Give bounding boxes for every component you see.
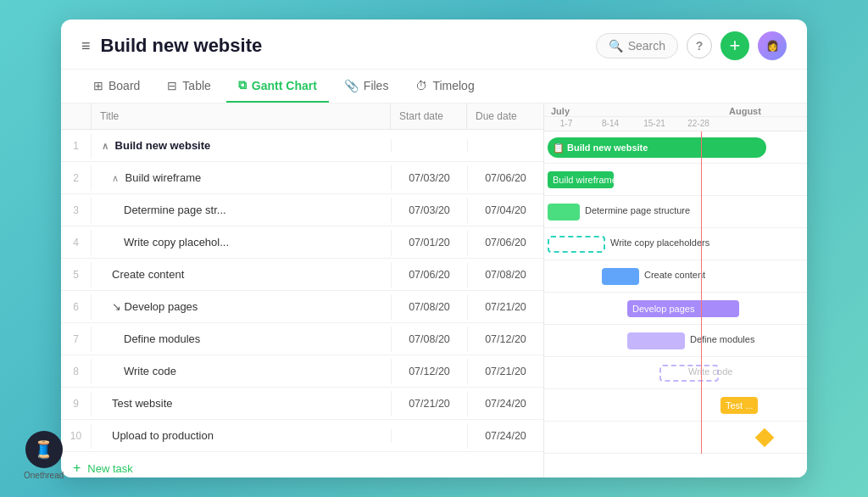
logo-area: 🧵 Onethread	[24, 431, 64, 480]
gantt-bar-copy	[548, 236, 605, 253]
row-number: 2	[61, 165, 92, 191]
gantt-row-7: Define modules	[544, 325, 807, 357]
col-start: Start date	[391, 103, 467, 129]
app-window: ≡ Build new website 🔍 Search ? + 👩 ⊞ Boa…	[61, 20, 807, 477]
avatar[interactable]: 👩	[758, 31, 787, 60]
tab-timelog-label: Timelog	[432, 79, 474, 92]
tab-table[interactable]: ⊟ Table	[155, 70, 222, 103]
month-august: August	[722, 106, 798, 116]
gantt-bar-label: Create content	[644, 270, 705, 280]
gantt-row-4: Write copy placeholders	[544, 228, 807, 260]
gantt-bar-page-structure	[548, 204, 580, 221]
gantt-bar-label: Determine page structure	[585, 205, 690, 215]
task-due: 07/06/20	[467, 230, 543, 255]
task-due: 07/24/20	[467, 391, 543, 416]
tab-gantt-label: Gantt Chart	[252, 79, 317, 92]
column-headers: Title Start date Due date	[61, 103, 543, 130]
plus-icon: +	[73, 461, 81, 476]
gantt-row-2: Build wireframe	[544, 164, 807, 196]
task-start: 07/01/20	[391, 230, 467, 255]
row-number: 4	[61, 230, 92, 255]
gantt-area: July August 1-7 8-14 15-21 22-28	[544, 103, 807, 477]
app-header: ≡ Build new website 🔍 Search ? + 👩	[61, 20, 807, 70]
task-due: 07/04/20	[467, 198, 543, 223]
task-start: 07/12/20	[391, 359, 467, 384]
table-row[interactable]: 1 ∧ Build new website	[61, 130, 543, 162]
gantt-bar-wireframe: Build wireframe	[548, 171, 614, 188]
task-title: ∧ Build wireframe	[92, 165, 391, 191]
week-8-14: 8-14	[588, 119, 632, 128]
task-due	[467, 139, 543, 153]
task-title: ↘ Develop pages	[92, 293, 391, 320]
tab-board-label: Board	[108, 79, 140, 92]
task-due: 07/21/20	[467, 359, 543, 384]
gantt-row-8: Write code	[544, 357, 807, 389]
tab-timelog[interactable]: ⏱ Timelog	[403, 70, 486, 103]
task-title: Create content	[92, 261, 391, 288]
hamburger-menu[interactable]: ≡	[81, 37, 91, 55]
task-due: 07/21/20	[467, 294, 543, 320]
task-start: 07/03/20	[391, 165, 467, 191]
row-number: 7	[61, 327, 92, 352]
task-title: Upload to production	[92, 422, 391, 449]
tab-files[interactable]: 📎 Files	[332, 70, 401, 103]
files-icon: 📎	[344, 79, 359, 92]
task-due: 07/08/20	[467, 262, 543, 288]
task-start: 07/21/20	[391, 391, 467, 416]
tab-gantt[interactable]: ⧉ Gantt Chart	[226, 70, 329, 103]
gantt-body: 📋 Build new website Build wireframe Dete…	[544, 131, 807, 454]
table-row[interactable]: 4 Write copy placehol... 07/01/20 07/06/…	[61, 226, 543, 259]
task-start	[391, 429, 467, 443]
gantt-bar-content	[602, 268, 639, 285]
table-row[interactable]: 6 ↘ Develop pages 07/08/20 07/21/20	[61, 291, 543, 323]
search-box[interactable]: 🔍 Search	[596, 33, 678, 59]
task-title: Define modules	[92, 326, 391, 352]
gantt-bar-label: Test ...	[726, 400, 753, 410]
add-button[interactable]: +	[721, 31, 749, 60]
gantt-bar-label: 📋 Build new website	[553, 142, 648, 154]
tab-bar: ⊞ Board ⊟ Table ⧉ Gantt Chart 📎 Files ⏱ …	[61, 70, 807, 103]
current-date-line	[701, 131, 702, 454]
week-15-21: 15-21	[632, 119, 676, 128]
gantt-bar-label: Develop pages	[632, 304, 694, 314]
gantt-row-3: Determine page structure	[544, 196, 807, 228]
task-title: Write copy placehol...	[92, 229, 391, 255]
row-number: 10	[61, 423, 92, 449]
table-row[interactable]: 9 Test website 07/21/20 07/24/20	[61, 388, 543, 420]
gantt-row-6: Develop pages	[544, 293, 807, 325]
row-number: 5	[61, 262, 92, 288]
task-due: 07/12/20	[467, 327, 543, 352]
main-content: Title Start date Due date 1 ∧ Build new …	[61, 103, 807, 477]
week-1-7: 1-7	[544, 119, 588, 128]
tab-board[interactable]: ⊞ Board	[81, 70, 152, 103]
row-number: 6	[61, 294, 92, 320]
task-start: 07/03/20	[391, 198, 467, 223]
task-start: 07/08/20	[391, 294, 467, 320]
page-title: Build new website	[101, 35, 263, 57]
table-row[interactable]: 3 Determine page str... 07/03/20 07/04/2…	[61, 194, 543, 226]
help-button[interactable]: ?	[687, 33, 712, 59]
col-due: Due date	[467, 103, 543, 129]
search-icon: 🔍	[609, 39, 623, 53]
gantt-bar-develop: Develop pages	[627, 300, 739, 317]
table-row[interactable]: 2 ∧ Build wireframe 07/03/20 07/06/20	[61, 162, 543, 194]
table-row[interactable]: 8 Write code 07/12/20 07/21/20	[61, 355, 543, 388]
task-due: 07/24/20	[467, 423, 543, 449]
row-number: 1	[61, 133, 92, 159]
table-row[interactable]: 10 Upload to production 07/24/20	[61, 420, 543, 452]
gantt-icon: ⧉	[238, 78, 247, 92]
task-title: Determine page str...	[92, 197, 391, 223]
task-table: Title Start date Due date 1 ∧ Build new …	[61, 103, 544, 477]
task-title: Write code	[92, 358, 391, 384]
task-start	[391, 139, 467, 153]
search-label: Search	[628, 39, 665, 53]
table-row[interactable]: 5 Create content 07/06/20 07/08/20	[61, 259, 543, 291]
new-task-row[interactable]: + New task	[61, 452, 543, 477]
table-row[interactable]: 7 Define modules 07/08/20 07/12/20	[61, 323, 543, 355]
task-start: 07/08/20	[391, 327, 467, 352]
tab-files-label: Files	[364, 79, 389, 92]
gantt-bar-label: Write copy placeholders	[610, 237, 709, 248]
task-start: 07/06/20	[391, 262, 467, 288]
board-icon: ⊞	[93, 79, 103, 92]
logo-text: Onethread	[24, 471, 64, 480]
